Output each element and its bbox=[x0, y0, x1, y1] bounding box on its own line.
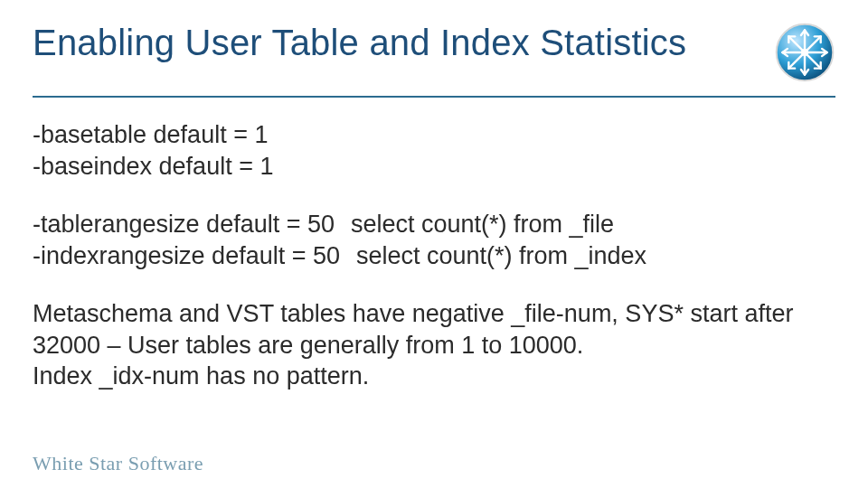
snowflake-badge-icon bbox=[774, 22, 835, 83]
line-baseindex: -baseindex default = 1 bbox=[33, 151, 835, 183]
block-notes: Metaschema and VST tables have negative … bbox=[33, 298, 835, 392]
line-tablerange: -tablerangesize default = 50 select coun… bbox=[33, 209, 835, 240]
title-divider bbox=[33, 96, 835, 98]
title-row: Enabling User Table and Index Statistics bbox=[33, 22, 835, 83]
block-range-defaults: -tablerangesize default = 50 select coun… bbox=[33, 209, 835, 271]
slide-body: -basetable default = 1 -baseindex defaul… bbox=[33, 119, 835, 392]
svg-point-21 bbox=[801, 49, 808, 56]
slide-title: Enabling User Table and Index Statistics bbox=[33, 22, 686, 63]
tablerange-param: -tablerangesize default = 50 bbox=[33, 209, 335, 240]
note-paragraph-2: Index _idx-num has no pattern. bbox=[33, 361, 835, 392]
indexrange-query: select count(*) from _index bbox=[356, 240, 646, 272]
line-basetable: -basetable default = 1 bbox=[33, 119, 835, 151]
footer: White Star Software bbox=[33, 452, 203, 475]
footer-brand: White Star Software bbox=[33, 452, 203, 474]
line-indexrange: -indexrangesize default = 50 select coun… bbox=[33, 240, 835, 272]
tablerange-query: select count(*) from _file bbox=[351, 209, 614, 240]
indexrange-param: -indexrangesize default = 50 bbox=[33, 240, 340, 272]
slide: Enabling User Table and Index Statistics bbox=[0, 0, 868, 488]
note-paragraph-1: Metaschema and VST tables have negative … bbox=[33, 298, 835, 361]
block-base-defaults: -basetable default = 1 -baseindex defaul… bbox=[33, 119, 835, 182]
